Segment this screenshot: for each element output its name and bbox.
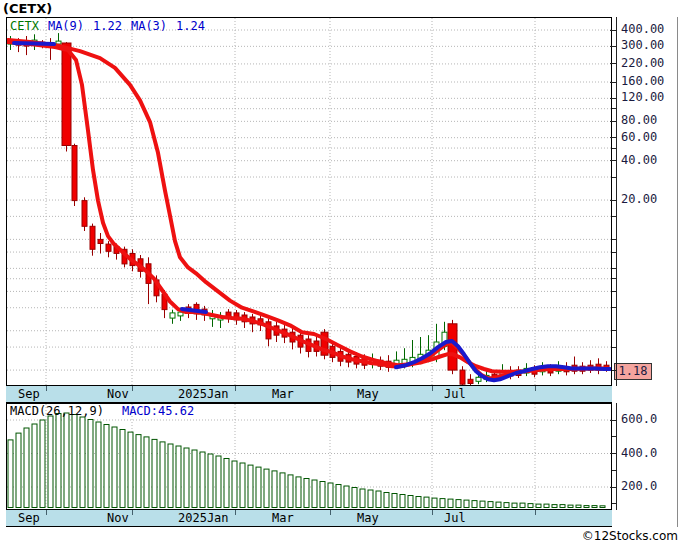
macd-axis-label: 400.0 (621, 446, 679, 460)
stock-chart-page: (CETX) CETX MA(9) 1.22 MA(3) 1.24 1.18 S… (0, 0, 680, 546)
macd-axis-label: 200.0 (621, 479, 679, 493)
price-axis-tick (610, 98, 616, 99)
band-tick (330, 510, 331, 515)
price-axis-minor-tick (612, 252, 616, 253)
page-title: (CETX) (3, 1, 52, 16)
price-axis-tick (610, 82, 616, 83)
macd-axis-minor-tick (612, 503, 616, 504)
band-tick (535, 510, 536, 515)
price-axis-minor-tick (612, 239, 616, 240)
macd-axis-tick (610, 420, 616, 421)
legend-ma9-value: 1.22 (93, 19, 122, 33)
price-axis-minor-tick (612, 330, 616, 331)
band-tick (432, 510, 433, 515)
month-label: Nov (107, 387, 129, 401)
price-axis-label: 80.00 (621, 113, 679, 127)
legend-ma3-value: 1.24 (176, 19, 205, 33)
legend-ma3-label: MA(3) (131, 19, 167, 33)
month-label: Sep (18, 387, 40, 401)
month-label: Mar (272, 387, 294, 401)
macd-settings-label: MACD(26,12,9) (10, 404, 104, 418)
macd-chart-svg (7, 404, 611, 508)
price-axis-label: 60.00 (621, 130, 679, 144)
band-tick (235, 386, 236, 391)
month-label: May (357, 387, 379, 401)
price-axis-label: 120.00 (621, 90, 679, 104)
price-axis-label: 20.00 (621, 192, 679, 206)
band-tick (235, 510, 236, 515)
price-axis-tick (610, 30, 616, 31)
price-axis-label: 40.00 (621, 153, 679, 167)
price-axis-tick (610, 200, 616, 201)
price-axis-minor-tick (612, 291, 616, 292)
price-axis-tick (610, 63, 616, 64)
band-tick (535, 386, 536, 391)
price-axis-minor-tick (612, 177, 616, 178)
price-axis-label: 400.00 (621, 22, 679, 36)
band-tick (46, 386, 47, 391)
price-axis-label: 300.00 (621, 38, 679, 52)
price-axis-tick (610, 121, 616, 122)
macd-axis-minor-tick (612, 470, 616, 471)
price-axis-minor-tick (612, 370, 616, 371)
price-chart-svg (7, 18, 611, 385)
macd-panel (6, 403, 612, 510)
price-axis-minor-tick (612, 307, 616, 308)
macd-label-row: MACD(26,12,9) MACD:45.62 (10, 404, 194, 418)
price-axis-label: 220.00 (621, 56, 679, 70)
xaxis-band-bottom: SepNov2025JanMarMayJul (6, 510, 612, 527)
price-axis-minor-tick (612, 108, 616, 109)
month-label: May (357, 511, 379, 525)
band-tick (46, 510, 47, 515)
price-axis-tick (610, 46, 616, 47)
price-panel (6, 17, 612, 386)
month-label: Jul (444, 387, 466, 401)
macd-axis-tick (610, 487, 616, 488)
band-tick (132, 510, 133, 515)
legend-ma9-label: MA(9) (48, 19, 84, 33)
band-tick (330, 386, 331, 391)
macd-axis-label: 600.0 (621, 412, 679, 426)
last-price-tag: 1.18 (614, 363, 652, 380)
macd-axis-minor-tick (612, 436, 616, 437)
price-axis-minor-tick (612, 148, 616, 149)
legend-symbol: CETX (10, 19, 39, 33)
price-axis-minor-tick (612, 347, 616, 348)
price-axis-tick (610, 137, 616, 138)
price-axis-minor-tick (612, 268, 616, 269)
chart-legend: CETX MA(9) 1.22 MA(3) 1.24 (10, 19, 205, 33)
macd-axis-tick (610, 453, 616, 454)
month-label: Mar (272, 511, 294, 525)
price-axis-label: 160.00 (621, 74, 679, 88)
macd-axis-line (616, 403, 617, 510)
month-label: Sep (18, 511, 40, 525)
price-axis-minor-tick (612, 216, 616, 217)
macd-value-label: MACD:45.62 (122, 404, 194, 418)
xaxis-band-top: SepNov2025JanMarMayJul (6, 386, 612, 403)
price-axis-tick (610, 160, 616, 161)
month-label: 2025Jan (178, 511, 229, 525)
price-axis-line (616, 17, 617, 386)
watermark: ©12Stocks.com (6, 529, 678, 543)
band-tick (432, 386, 433, 391)
month-label: Nov (107, 511, 129, 525)
month-label: Jul (444, 511, 466, 525)
month-label: 2025Jan (178, 387, 229, 401)
band-tick (132, 386, 133, 391)
price-axis-minor-tick (612, 278, 616, 279)
